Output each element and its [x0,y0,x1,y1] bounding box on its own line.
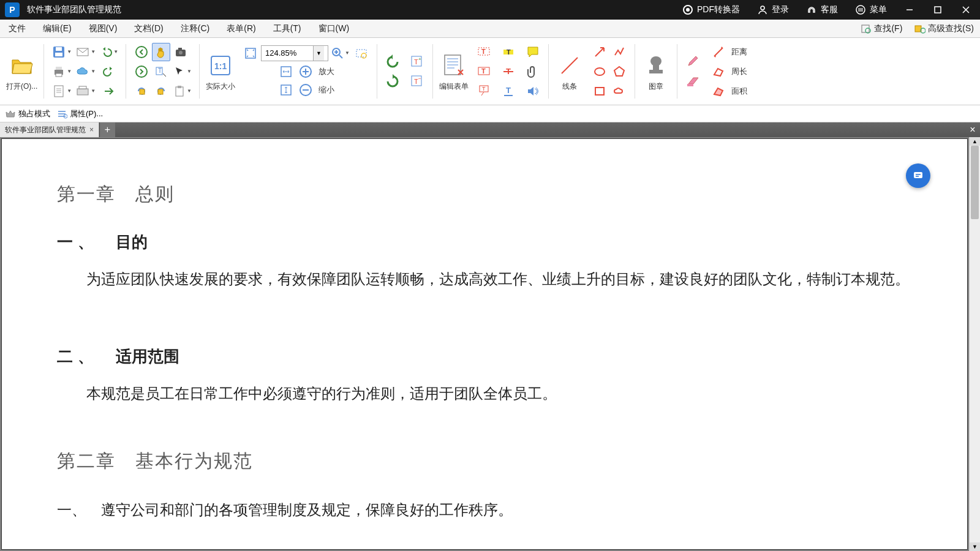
polyline-button[interactable] [610,43,628,61]
cloud-button[interactable]: ▼ [74,62,97,81]
pentagon-button[interactable] [610,62,628,81]
assistant-badge[interactable] [906,163,930,188]
rotate-cw-button[interactable] [152,82,170,100]
text-select-button[interactable]: T [152,62,170,81]
svg-text:1:1: 1:1 [214,61,227,71]
zoom-rect-button[interactable] [352,44,371,62]
redo-arrow-button[interactable] [98,82,119,100]
login-button[interactable]: 登录 [748,0,797,20]
adv-find-button[interactable]: 高级查找(S) [908,23,980,34]
strikeout-button[interactable]: T [499,62,518,81]
zoom-dropdown[interactable]: ▼ [313,46,324,61]
rectangle-button[interactable] [590,82,609,100]
fit-height-icon [279,83,293,97]
menu-annotate[interactable]: 注释(C) [172,20,218,37]
save-icon [51,45,66,59]
textbox-button[interactable]: T [475,62,493,81]
callout-button[interactable]: T [475,82,493,100]
area-button[interactable] [709,82,728,100]
stamp-button[interactable] [641,51,671,80]
fit-page-button[interactable] [241,44,260,62]
tab-close-button[interactable]: × [89,126,94,134]
print-button[interactable]: ▼ [50,62,73,81]
scroll-down-button[interactable]: ▼ [970,542,980,551]
converter-icon [682,4,693,15]
menu-tools[interactable]: 工具(T) [265,20,310,37]
cloud-shape-button[interactable] [610,82,628,100]
arrow-tool-button[interactable] [590,43,609,61]
ellipse-button[interactable] [590,62,609,81]
camera-icon [174,45,187,59]
new-doc-button[interactable]: ▼ [50,82,73,100]
forward-nav-button[interactable] [132,62,151,81]
undo-button[interactable]: ▼ [98,43,119,61]
highlight-button[interactable]: T [499,43,518,61]
menu-file[interactable]: 文件 [0,20,34,37]
maximize-button[interactable] [924,0,952,20]
clipboard-button[interactable]: ▼ [172,82,193,100]
zoom-marquee-button[interactable]: ▼ [330,44,351,62]
email-button[interactable]: ▼ [74,43,97,61]
chapter2-heading: 第二章 基本行为规范 [57,449,912,474]
menu-button[interactable]: 菜单 [846,0,895,20]
sound-button[interactable] [524,82,542,100]
panel-close-button[interactable]: × [965,122,980,137]
group-file-ops: ▼ ▼ ▼ ▼ ▼ [48,40,122,102]
distance-button[interactable] [709,43,728,61]
rotate-right-button[interactable] [383,72,402,91]
find-button[interactable]: 查找(F) [854,23,908,34]
exclusive-mode-button[interactable]: 独占模式 [5,108,50,119]
open-button[interactable] [7,51,37,80]
typewriter-button[interactable]: T [475,43,493,61]
pencil-button[interactable] [684,53,703,71]
attach-button[interactable] [524,62,542,81]
svg-rect-18 [79,86,86,89]
fit-height-button[interactable] [277,81,295,99]
redo-icon [102,65,116,78]
close-button[interactable] [952,0,980,20]
snapshot-button[interactable] [172,43,190,61]
edit-form-button[interactable] [439,51,469,80]
page-viewport[interactable]: 第一章 总则 一、目的 为适应团队快速发展的要求，有效保障团队运转顺畅，达成高效… [1,138,968,550]
rotate-left-button[interactable] [383,53,402,71]
menu-edit[interactable]: 编辑(E) [34,20,80,37]
text-delete-button[interactable]: T− [408,72,426,91]
menu-document[interactable]: 文档(D) [126,20,172,37]
text-insert-button[interactable]: T+ [408,53,426,71]
menu-window[interactable]: 窗口(W) [310,20,358,37]
line-tool-button[interactable] [555,51,584,80]
actual-size-button[interactable]: 1:1 [206,51,235,80]
scan-button[interactable]: ▼ [74,82,97,100]
menu-icon [855,4,866,15]
new-tab-button[interactable]: + [99,122,115,137]
hand-tool-button[interactable] [152,43,170,61]
perimeter-button[interactable] [709,62,728,81]
minimize-button[interactable] [895,0,924,20]
note-button[interactable] [524,43,542,61]
pdf-converter-button[interactable]: PDF转换器 [674,0,748,20]
document-tab[interactable]: 软件事业部团队管理规范 × [0,122,99,137]
menu-view[interactable]: 视图(V) [80,20,126,37]
eraser-icon [685,74,702,89]
zoom-out-button[interactable] [296,81,315,99]
service-button[interactable]: 客服 [797,0,846,20]
menu-form[interactable]: 表单(R) [218,20,264,37]
svg-rect-64 [914,172,922,178]
document-tabbar: 软件事业部团队管理规范 × + × [0,122,980,137]
eraser-button[interactable] [684,72,703,91]
vertical-scrollbar[interactable]: ▲ ▼ [969,137,980,551]
close-icon [962,6,970,13]
underline-button[interactable]: T [499,82,518,100]
scroll-thumb[interactable] [971,146,979,219]
properties-button[interactable]: 属性(P)... [56,108,103,119]
save-button[interactable]: ▼ [50,43,73,61]
select-button[interactable]: ▼ [172,62,193,81]
rotate-ccw-button[interactable] [132,82,151,100]
scroll-up-button[interactable]: ▲ [970,137,980,146]
fit-page-icon [244,47,257,60]
zoom-in-button[interactable] [296,62,315,81]
redo-button[interactable] [98,62,119,81]
zoom-input[interactable]: 124.85% ▼ [261,45,328,61]
back-button[interactable] [132,43,151,61]
fit-width-button[interactable] [277,62,295,81]
